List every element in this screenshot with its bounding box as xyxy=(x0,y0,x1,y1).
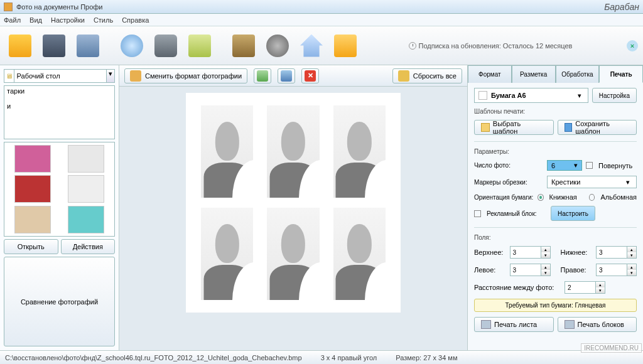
tab-print[interactable]: Печать xyxy=(599,65,643,83)
photo-cell[interactable] xyxy=(201,208,253,300)
tool-help[interactable] xyxy=(229,31,259,61)
margin-right-spinner[interactable]: ▴▾ xyxy=(627,264,637,276)
center-pane: Сменить формат фотографии ✕ Сбросить все xyxy=(119,65,467,350)
photo-cell[interactable] xyxy=(333,105,386,198)
tab-layout[interactable]: Разметка xyxy=(512,65,556,83)
change-format-button[interactable]: Сменить формат фотографии xyxy=(124,68,247,83)
menu-style[interactable]: Стиль xyxy=(94,16,113,24)
paper-select[interactable]: Бумага A6▾ xyxy=(474,88,588,103)
margin-top-spinner[interactable]: ▴▾ xyxy=(541,246,551,259)
orientation-label: Ориентация бумаги: xyxy=(474,194,534,201)
thumb-item[interactable]: …sh-vyissh.jpg xyxy=(7,175,58,203)
actions-button[interactable]: Действия xyxy=(61,239,116,254)
app-icon xyxy=(4,3,13,11)
menu-settings[interactable]: Настройки xyxy=(51,16,85,24)
photo-cell[interactable] xyxy=(333,208,386,300)
orient-portrait-radio[interactable] xyxy=(538,194,544,201)
photo-gap-input[interactable]: 2 xyxy=(565,281,596,294)
home-icon xyxy=(300,35,323,57)
tab-format[interactable]: Формат xyxy=(468,65,512,83)
fit-button[interactable] xyxy=(254,68,271,83)
tool-camera[interactable] xyxy=(151,31,181,61)
menu-help[interactable]: Справка xyxy=(122,16,149,24)
margin-left-spinner[interactable]: ▴▾ xyxy=(541,264,551,276)
photo-cell[interactable] xyxy=(201,105,253,198)
doc-search-icon xyxy=(188,35,211,57)
clock-icon xyxy=(409,42,416,50)
printer-blocks-icon xyxy=(565,320,575,329)
thumb-item[interactable]: image.png xyxy=(61,145,112,173)
configure-button[interactable]: Настроить xyxy=(551,206,595,221)
reel-icon xyxy=(266,35,289,57)
tool-search-doc[interactable] xyxy=(185,31,215,61)
params-label: Параметры: xyxy=(474,148,637,155)
tool-cart[interactable] xyxy=(330,31,360,61)
status-grid: 3 x 4 правый угол xyxy=(321,354,377,361)
tool-print[interactable] xyxy=(73,31,103,61)
orient-landscape-label: Альбомная xyxy=(600,193,637,201)
thumb-item[interactable] xyxy=(7,206,58,233)
menu-view[interactable]: Вид xyxy=(30,16,42,24)
templates-label: Шаблоны печати: xyxy=(474,108,637,115)
print-sheet-button[interactable]: Печать листа xyxy=(474,317,554,332)
delete-button[interactable]: ✕ xyxy=(301,68,319,83)
person-icon xyxy=(130,70,141,82)
margin-top-input[interactable]: 3 xyxy=(510,246,541,259)
thumb-item[interactable] xyxy=(61,206,112,233)
subscription-info: Подписка на обновления: Осталось 12 меся… xyxy=(409,42,573,50)
required-paper-notice: Требуемый тип бумаги: Глянцевая xyxy=(474,299,637,312)
crop-markers-label: Маркеры обрезки: xyxy=(474,179,543,186)
num-photos-label: Число фото: xyxy=(474,162,543,169)
tab-processing[interactable]: Обработка xyxy=(556,65,600,83)
fit-icon xyxy=(257,70,268,82)
menu-file[interactable]: Файл xyxy=(4,16,21,24)
window-title: Фото на документы Профи xyxy=(16,3,103,11)
ad-block-label: Рекламный блок: xyxy=(487,210,547,217)
page-icon xyxy=(478,91,487,100)
tool-zoom[interactable] xyxy=(117,31,147,61)
save-template-button[interactable]: Сохранить шаблон xyxy=(558,120,637,135)
tool-media[interactable] xyxy=(262,31,293,61)
thumb-item[interactable]: 31_0.jpg xyxy=(7,145,58,173)
paper-settings-button[interactable]: Настройка xyxy=(592,88,637,103)
margin-left-input[interactable]: 3 xyxy=(510,264,541,276)
print-preview-paper xyxy=(186,93,401,313)
right-pane: Формат Разметка Обработка Печать Бумага … xyxy=(467,65,643,350)
tool-open[interactable] xyxy=(5,31,35,61)
toolbar-close[interactable]: × xyxy=(627,40,638,51)
photo-cell[interactable] xyxy=(267,105,319,198)
thumbnail-grid: 31_0.jpg image.png …sh-vyissh.jpg …chev … xyxy=(4,142,115,237)
thumb-item[interactable]: …chev (1).bmp xyxy=(61,175,112,203)
orient-landscape-radio[interactable] xyxy=(589,194,595,201)
rotate-checkbox[interactable] xyxy=(586,162,593,169)
compare-button[interactable]: Сравнение фотографий xyxy=(4,257,115,346)
margin-right-input[interactable]: 3 xyxy=(596,264,627,276)
crop-markers-select[interactable]: Крестики▾ xyxy=(547,176,637,188)
margin-bottom-label: Нижнее: xyxy=(561,249,593,256)
tool-save[interactable] xyxy=(39,31,69,61)
printer-icon xyxy=(77,35,99,57)
canvas-area[interactable] xyxy=(119,87,467,350)
tool-home[interactable] xyxy=(296,31,327,61)
margin-bottom-spinner[interactable]: ▴▾ xyxy=(627,246,637,259)
reset-all-button[interactable]: Сбросить все xyxy=(392,68,462,83)
ad-block-checkbox[interactable] xyxy=(474,210,481,217)
num-photos-select[interactable]: 6▾ xyxy=(547,160,582,171)
zoom-button[interactable] xyxy=(278,68,295,83)
printer-small-icon xyxy=(481,320,491,329)
margin-top-label: Верхнее: xyxy=(474,249,506,256)
photo-cell[interactable] xyxy=(267,208,319,300)
folder-notes[interactable]: тарки и xyxy=(4,85,115,139)
margin-bottom-input[interactable]: 3 xyxy=(596,246,627,259)
margin-left-label: Левое: xyxy=(474,266,506,274)
choose-template-button[interactable]: Выбрать шаблон xyxy=(474,120,554,135)
orient-portrait-label: Книжная xyxy=(549,193,577,201)
margin-right-label: Правое: xyxy=(561,266,593,274)
zoom-icon xyxy=(281,70,292,82)
photo-gap-spinner[interactable]: ▴▾ xyxy=(596,281,605,294)
print-blocks-button[interactable]: Печать блоков xyxy=(558,317,637,332)
cart-icon xyxy=(334,35,357,57)
folder-dropdown[interactable]: ▾ xyxy=(107,69,115,83)
folder-input[interactable] xyxy=(14,69,107,83)
open-button[interactable]: Открыть xyxy=(4,239,58,254)
